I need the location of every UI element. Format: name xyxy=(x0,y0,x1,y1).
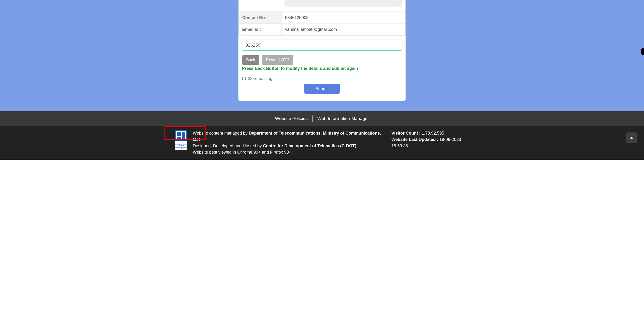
submit-button[interactable]: Submit xyxy=(304,84,340,94)
otp-input[interactable] xyxy=(242,40,402,50)
page-background: Contact No : 9346125005 Email Id : vanim… xyxy=(0,0,644,111)
footer-line1-prefix: Website content managed by xyxy=(193,131,249,135)
svg-rect-2 xyxy=(177,132,181,136)
button-row: Back Resend OTP xyxy=(238,50,406,65)
footer-line3: Website best viewed in Chrome 90+ and Fi… xyxy=(193,149,386,155)
hint-text: Press Back Button to modify the details … xyxy=(238,65,406,71)
visitor-count-label: Visitor Count : xyxy=(392,131,422,135)
table-row: Email Id : vanimallampati@gmail.com xyxy=(239,24,406,35)
textarea-row xyxy=(238,0,406,12)
timer-text: 01:33 remaining xyxy=(238,71,406,81)
svg-rect-3 xyxy=(182,132,185,139)
email-value: vanimallampati@gmail.com xyxy=(282,24,406,35)
scroll-to-top-button[interactable] xyxy=(626,132,638,143)
visitor-count-value: 1,78,92,595 xyxy=(422,131,444,135)
logo-text-en: C-DOT xyxy=(175,147,187,150)
remarks-textarea[interactable] xyxy=(284,0,402,7)
submit-wrap: Submit xyxy=(238,81,406,94)
website-policies-link[interactable]: Website Policies xyxy=(270,116,312,121)
contact-value: 9346125005 xyxy=(282,12,406,24)
cdot-logo: सी-डॉट C-DOT xyxy=(175,130,187,150)
svg-rect-4 xyxy=(177,137,181,139)
back-button[interactable]: Back xyxy=(242,55,260,65)
resend-otp-button[interactable]: Resend OTP xyxy=(262,55,293,65)
footer-main: सी-डॉट C-DOT Website content managed by … xyxy=(0,126,644,160)
cdot-logo-icon xyxy=(175,130,187,144)
footer-line2-bold: Centre for Development of Telematics (C-… xyxy=(263,143,356,148)
footer-right-block: Visitor Count : 1,78,92,595 Website Last… xyxy=(392,130,469,149)
table-row: Contact No : 9346125005 xyxy=(239,12,406,24)
logo-text-hi: सी-डॉट xyxy=(175,144,187,147)
footer-links-bar: Website Policies Web Information Manager xyxy=(0,111,644,126)
footer-text-block: Website content managed by Department of… xyxy=(193,130,386,155)
info-table: Contact No : 9346125005 Email Id : vanim… xyxy=(238,12,406,35)
email-label: Email Id : xyxy=(239,24,282,35)
contact-label: Contact No : xyxy=(239,12,282,24)
footer-line2-prefix: Designed, Developed and Hosted by xyxy=(193,143,263,148)
side-widget-tab[interactable] xyxy=(641,48,644,55)
last-updated-label: Website Last Updated : xyxy=(392,137,440,142)
form-card: Contact No : 9346125005 Email Id : vanim… xyxy=(238,0,406,101)
otp-area xyxy=(238,35,406,50)
web-info-manager-link[interactable]: Web Information Manager xyxy=(312,116,374,121)
